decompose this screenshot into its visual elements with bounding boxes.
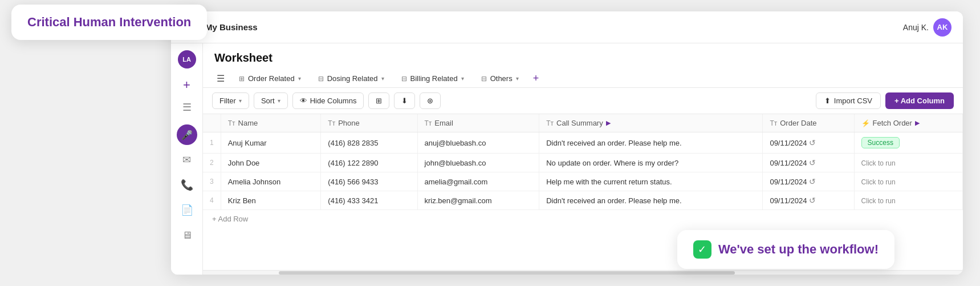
settings-icon: ⊛	[427, 96, 433, 105]
sort-chevron-icon: ▾	[278, 98, 280, 104]
tab-billing-chevron: ▾	[461, 75, 464, 82]
row-callsummary-2: No update on order. Where is my order?	[539, 154, 763, 172]
col-phone-label: Phone	[338, 119, 360, 127]
callsummary-sort-icon: ▶	[606, 119, 611, 127]
row-num-2: 2	[203, 154, 221, 172]
tab-billing-related[interactable]: ⊟ Billing Related ▾	[394, 69, 471, 87]
col-name-label: Name	[238, 119, 258, 127]
tab-billing-label: Billing Related	[410, 74, 458, 83]
sidebar-item-hamburger[interactable]: ☰	[177, 97, 197, 118]
sidebar-avatar: LA	[178, 50, 196, 69]
click-to-run-3[interactable]: Click to run	[861, 178, 896, 186]
callsummary-col-icon: Тт	[546, 119, 554, 127]
row-fetchorder-1: Success	[854, 132, 962, 154]
row-email-2: john@bluebash.co	[417, 154, 539, 172]
row-phone-3: (416) 566 9433	[321, 172, 417, 191]
tab-dosing-related[interactable]: ⊟ Dosing Related ▾	[311, 69, 392, 87]
tab-bar: ☰ ⊞ Order Related ▾ ⊟ Dosing Related ▾ ⊟…	[203, 69, 963, 88]
row-name-4: Kriz Ben	[221, 191, 321, 210]
tooltip-critical-label: Critical Human Intervention	[27, 15, 191, 29]
table-view-button[interactable]: ⊞	[368, 92, 389, 109]
sidebar-add-icon[interactable]: +	[183, 78, 190, 92]
check-icon: ✓	[693, 240, 711, 259]
row-fetchorder-3[interactable]: Click to run	[854, 172, 962, 191]
row-phone-2: (416) 122 2890	[321, 154, 417, 172]
tab-hamburger-icon[interactable]: ☰	[212, 70, 229, 87]
row-callsummary-3: Help me with the current return status.	[539, 172, 763, 191]
col-orderdate-header: Тт Order Date	[763, 114, 854, 132]
sort-button[interactable]: Sort ▾	[254, 92, 288, 109]
fetchorder-sort-icon: ▶	[915, 119, 920, 127]
sort-label: Sort	[261, 96, 275, 105]
horizontal-scrollbar[interactable]	[203, 270, 963, 275]
row-email-4: kriz.ben@gmail.com	[417, 191, 539, 210]
row-orderdate-1: 09/11/2024 ↺	[763, 132, 854, 154]
row-name-1: Anuj Kumar	[221, 132, 321, 154]
col-callsummary-label: Call Summary	[556, 119, 603, 127]
table-row: 1 Anuj Kumar (416) 828 2835 anuj@bluebas…	[203, 132, 963, 154]
add-column-label: + Add Column	[894, 96, 945, 105]
tab-dosing-label: Dosing Related	[327, 74, 378, 83]
sidebar-item-monitor[interactable]: 🖥	[177, 225, 197, 245]
row-orderdate-2: 09/11/2024 ↺	[763, 154, 854, 172]
tab-others-label: Others	[490, 74, 513, 83]
fetchorder-col-icon: ⚡	[861, 119, 870, 127]
table-row: 2 John Doe (416) 122 2890 john@bluebash.…	[203, 154, 963, 172]
scroll-thumb[interactable]	[279, 271, 735, 275]
col-fetchorder-header: ⚡ Fetch Order ▶	[854, 114, 962, 132]
import-label: Import CSV	[834, 96, 872, 105]
download-button[interactable]: ⬇	[394, 92, 415, 109]
worksheet-title: Worksheet	[203, 43, 963, 69]
row-phone-1: (416) 828 2835	[321, 132, 417, 154]
tab-order-chevron: ▾	[298, 75, 301, 82]
toolbar: Filter ▾ Sort ▾ 👁 Hide Columns ⊞ ⬇	[203, 88, 963, 114]
click-to-run-4[interactable]: Click to run	[861, 197, 896, 205]
sidebar-mic-button[interactable]: 🎤	[177, 124, 197, 145]
hide-columns-button[interactable]: 👁 Hide Columns	[292, 92, 364, 109]
tab-billing-icon: ⊟	[401, 75, 407, 83]
hide-columns-icon: 👁	[300, 96, 307, 105]
download-icon: ⬇	[401, 96, 408, 105]
phone-col-icon: Тт	[328, 119, 335, 127]
data-table: Тт Name Тт Phone	[203, 114, 963, 210]
click-to-run-2[interactable]: Click to run	[861, 159, 896, 167]
settings-button[interactable]: ⊛	[420, 92, 441, 109]
row-name-2: John Doe	[221, 154, 321, 172]
table-row: 3 Amelia Johnson (416) 566 9433 amelia@g…	[203, 172, 963, 191]
refresh-icon-1[interactable]: ↺	[809, 138, 816, 147]
row-phone-4: (416) 433 3421	[321, 191, 417, 210]
nav-user: Anuj K. AK	[903, 18, 951, 37]
filter-chevron-icon: ▾	[239, 98, 242, 104]
row-callsummary-1: Didn't received an order. Please help me…	[539, 132, 763, 154]
name-col-icon: Тт	[228, 119, 235, 127]
row-email-3: amelia@gmail.com	[417, 172, 539, 191]
col-phone-header: Тт Phone	[321, 114, 417, 132]
critical-intervention-tooltip: Critical Human Intervention	[11, 5, 207, 40]
add-row-button[interactable]: + Add Row	[203, 210, 963, 228]
filter-button[interactable]: Filter ▾	[212, 92, 249, 109]
sidebar-item-message[interactable]: ✉	[177, 150, 197, 170]
nav-title: My Business	[205, 22, 258, 32]
add-column-button[interactable]: + Add Column	[885, 92, 954, 109]
table-icon: ⊞	[376, 96, 382, 105]
refresh-icon-4[interactable]: ↺	[809, 196, 816, 205]
tab-others-chevron: ▾	[516, 75, 519, 82]
row-fetchorder-4[interactable]: Click to run	[854, 191, 962, 210]
tab-add-button[interactable]: +	[528, 70, 544, 87]
row-email-1: anuj@bluebash.co	[417, 132, 539, 154]
tab-others[interactable]: ⊟ Others ▾	[474, 69, 526, 87]
refresh-icon-3[interactable]: ↺	[809, 177, 816, 186]
sidebar-item-document[interactable]: 📄	[177, 200, 197, 220]
tab-order-label: Order Related	[248, 74, 295, 83]
refresh-icon-2[interactable]: ↺	[809, 158, 816, 167]
tab-order-related[interactable]: ⊞ Order Related ▾	[231, 69, 308, 87]
sidebar-item-phone[interactable]: 📞	[177, 175, 197, 195]
row-num-1: 1	[203, 132, 221, 154]
orderdate-col-icon: Тт	[770, 119, 777, 127]
row-fetchorder-2[interactable]: Click to run	[854, 154, 962, 172]
import-csv-button[interactable]: ⬆ Import CSV	[816, 92, 881, 109]
tab-others-icon: ⊟	[481, 75, 487, 83]
row-name-3: Amelia Johnson	[221, 172, 321, 191]
col-orderdate-label: Order Date	[780, 119, 816, 127]
workflow-label: We've set up the workflow!	[718, 242, 879, 257]
